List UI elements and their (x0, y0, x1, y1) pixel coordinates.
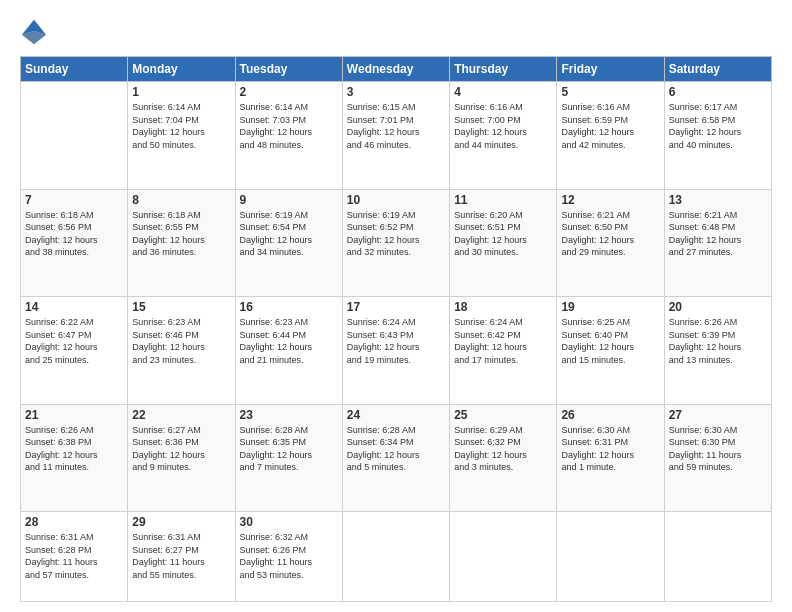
day-number: 5 (561, 85, 659, 99)
day-number: 25 (454, 408, 552, 422)
day-info: Sunrise: 6:14 AM Sunset: 7:04 PM Dayligh… (132, 101, 230, 151)
weekday-header-tuesday: Tuesday (235, 57, 342, 82)
calendar-cell (557, 512, 664, 602)
day-number: 8 (132, 193, 230, 207)
calendar-cell: 27Sunrise: 6:30 AM Sunset: 6:30 PM Dayli… (664, 404, 771, 512)
day-info: Sunrise: 6:22 AM Sunset: 6:47 PM Dayligh… (25, 316, 123, 366)
calendar-week-4: 21Sunrise: 6:26 AM Sunset: 6:38 PM Dayli… (21, 404, 772, 512)
day-number: 19 (561, 300, 659, 314)
calendar-cell: 10Sunrise: 6:19 AM Sunset: 6:52 PM Dayli… (342, 189, 449, 297)
day-info: Sunrise: 6:31 AM Sunset: 6:28 PM Dayligh… (25, 531, 123, 581)
page: SundayMondayTuesdayWednesdayThursdayFrid… (0, 0, 792, 612)
weekday-header-friday: Friday (557, 57, 664, 82)
calendar-table: SundayMondayTuesdayWednesdayThursdayFrid… (20, 56, 772, 602)
logo-icon (20, 18, 48, 46)
day-info: Sunrise: 6:24 AM Sunset: 6:42 PM Dayligh… (454, 316, 552, 366)
day-number: 6 (669, 85, 767, 99)
day-info: Sunrise: 6:24 AM Sunset: 6:43 PM Dayligh… (347, 316, 445, 366)
day-number: 16 (240, 300, 338, 314)
calendar-cell: 5Sunrise: 6:16 AM Sunset: 6:59 PM Daylig… (557, 82, 664, 190)
day-number: 15 (132, 300, 230, 314)
day-number: 12 (561, 193, 659, 207)
day-info: Sunrise: 6:18 AM Sunset: 6:55 PM Dayligh… (132, 209, 230, 259)
calendar-cell (342, 512, 449, 602)
day-info: Sunrise: 6:28 AM Sunset: 6:34 PM Dayligh… (347, 424, 445, 474)
calendar-cell: 28Sunrise: 6:31 AM Sunset: 6:28 PM Dayli… (21, 512, 128, 602)
calendar-week-1: 1Sunrise: 6:14 AM Sunset: 7:04 PM Daylig… (21, 82, 772, 190)
day-info: Sunrise: 6:26 AM Sunset: 6:39 PM Dayligh… (669, 316, 767, 366)
logo (20, 18, 52, 46)
day-number: 22 (132, 408, 230, 422)
weekday-header-sunday: Sunday (21, 57, 128, 82)
day-number: 26 (561, 408, 659, 422)
day-number: 3 (347, 85, 445, 99)
weekday-header-saturday: Saturday (664, 57, 771, 82)
calendar-cell: 23Sunrise: 6:28 AM Sunset: 6:35 PM Dayli… (235, 404, 342, 512)
calendar-cell: 6Sunrise: 6:17 AM Sunset: 6:58 PM Daylig… (664, 82, 771, 190)
calendar-cell: 20Sunrise: 6:26 AM Sunset: 6:39 PM Dayli… (664, 297, 771, 405)
weekday-header-wednesday: Wednesday (342, 57, 449, 82)
day-info: Sunrise: 6:26 AM Sunset: 6:38 PM Dayligh… (25, 424, 123, 474)
day-number: 28 (25, 515, 123, 529)
calendar-cell: 15Sunrise: 6:23 AM Sunset: 6:46 PM Dayli… (128, 297, 235, 405)
calendar-body: 1Sunrise: 6:14 AM Sunset: 7:04 PM Daylig… (21, 82, 772, 602)
calendar-cell: 2Sunrise: 6:14 AM Sunset: 7:03 PM Daylig… (235, 82, 342, 190)
calendar-week-5: 28Sunrise: 6:31 AM Sunset: 6:28 PM Dayli… (21, 512, 772, 602)
day-info: Sunrise: 6:17 AM Sunset: 6:58 PM Dayligh… (669, 101, 767, 151)
calendar-cell: 16Sunrise: 6:23 AM Sunset: 6:44 PM Dayli… (235, 297, 342, 405)
day-info: Sunrise: 6:27 AM Sunset: 6:36 PM Dayligh… (132, 424, 230, 474)
calendar-cell: 17Sunrise: 6:24 AM Sunset: 6:43 PM Dayli… (342, 297, 449, 405)
calendar-cell: 11Sunrise: 6:20 AM Sunset: 6:51 PM Dayli… (450, 189, 557, 297)
day-info: Sunrise: 6:18 AM Sunset: 6:56 PM Dayligh… (25, 209, 123, 259)
day-number: 17 (347, 300, 445, 314)
day-info: Sunrise: 6:15 AM Sunset: 7:01 PM Dayligh… (347, 101, 445, 151)
day-number: 30 (240, 515, 338, 529)
calendar-cell (450, 512, 557, 602)
day-number: 9 (240, 193, 338, 207)
calendar-cell: 26Sunrise: 6:30 AM Sunset: 6:31 PM Dayli… (557, 404, 664, 512)
day-number: 2 (240, 85, 338, 99)
day-info: Sunrise: 6:20 AM Sunset: 6:51 PM Dayligh… (454, 209, 552, 259)
calendar-cell: 1Sunrise: 6:14 AM Sunset: 7:04 PM Daylig… (128, 82, 235, 190)
calendar-cell: 22Sunrise: 6:27 AM Sunset: 6:36 PM Dayli… (128, 404, 235, 512)
calendar-cell: 19Sunrise: 6:25 AM Sunset: 6:40 PM Dayli… (557, 297, 664, 405)
day-number: 14 (25, 300, 123, 314)
day-info: Sunrise: 6:23 AM Sunset: 6:44 PM Dayligh… (240, 316, 338, 366)
calendar-cell: 3Sunrise: 6:15 AM Sunset: 7:01 PM Daylig… (342, 82, 449, 190)
calendar-cell: 13Sunrise: 6:21 AM Sunset: 6:48 PM Dayli… (664, 189, 771, 297)
day-info: Sunrise: 6:30 AM Sunset: 6:31 PM Dayligh… (561, 424, 659, 474)
day-info: Sunrise: 6:25 AM Sunset: 6:40 PM Dayligh… (561, 316, 659, 366)
day-number: 27 (669, 408, 767, 422)
calendar-cell: 12Sunrise: 6:21 AM Sunset: 6:50 PM Dayli… (557, 189, 664, 297)
day-info: Sunrise: 6:16 AM Sunset: 7:00 PM Dayligh… (454, 101, 552, 151)
calendar-cell: 7Sunrise: 6:18 AM Sunset: 6:56 PM Daylig… (21, 189, 128, 297)
calendar-week-3: 14Sunrise: 6:22 AM Sunset: 6:47 PM Dayli… (21, 297, 772, 405)
day-number: 1 (132, 85, 230, 99)
calendar-cell: 4Sunrise: 6:16 AM Sunset: 7:00 PM Daylig… (450, 82, 557, 190)
calendar-week-2: 7Sunrise: 6:18 AM Sunset: 6:56 PM Daylig… (21, 189, 772, 297)
day-info: Sunrise: 6:19 AM Sunset: 6:52 PM Dayligh… (347, 209, 445, 259)
header (20, 18, 772, 46)
day-info: Sunrise: 6:31 AM Sunset: 6:27 PM Dayligh… (132, 531, 230, 581)
day-number: 13 (669, 193, 767, 207)
day-info: Sunrise: 6:19 AM Sunset: 6:54 PM Dayligh… (240, 209, 338, 259)
calendar-cell: 8Sunrise: 6:18 AM Sunset: 6:55 PM Daylig… (128, 189, 235, 297)
day-info: Sunrise: 6:30 AM Sunset: 6:30 PM Dayligh… (669, 424, 767, 474)
day-number: 20 (669, 300, 767, 314)
day-number: 10 (347, 193, 445, 207)
day-info: Sunrise: 6:28 AM Sunset: 6:35 PM Dayligh… (240, 424, 338, 474)
day-number: 11 (454, 193, 552, 207)
day-number: 23 (240, 408, 338, 422)
calendar-cell: 29Sunrise: 6:31 AM Sunset: 6:27 PM Dayli… (128, 512, 235, 602)
calendar-cell (664, 512, 771, 602)
day-number: 29 (132, 515, 230, 529)
day-number: 7 (25, 193, 123, 207)
calendar-header: SundayMondayTuesdayWednesdayThursdayFrid… (21, 57, 772, 82)
calendar-cell: 14Sunrise: 6:22 AM Sunset: 6:47 PM Dayli… (21, 297, 128, 405)
day-info: Sunrise: 6:16 AM Sunset: 6:59 PM Dayligh… (561, 101, 659, 151)
weekday-row: SundayMondayTuesdayWednesdayThursdayFrid… (21, 57, 772, 82)
day-number: 4 (454, 85, 552, 99)
weekday-header-thursday: Thursday (450, 57, 557, 82)
day-info: Sunrise: 6:29 AM Sunset: 6:32 PM Dayligh… (454, 424, 552, 474)
day-info: Sunrise: 6:23 AM Sunset: 6:46 PM Dayligh… (132, 316, 230, 366)
